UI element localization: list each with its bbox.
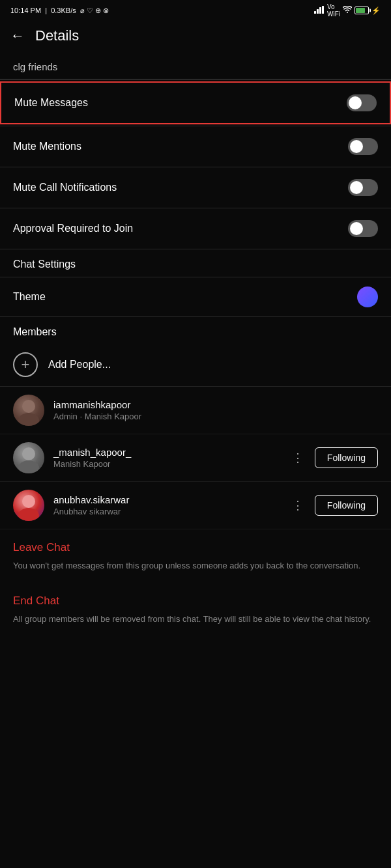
charging-icon: ⚡	[371, 7, 381, 15]
member-info: iammanishkapoor Admin · Manish Kapoor	[53, 399, 378, 421]
end-chat-description: All group members will be removed from t…	[0, 611, 391, 636]
avatar	[13, 395, 44, 426]
svg-rect-2	[319, 7, 321, 14]
leave-chat-heading[interactable]: Leave Chat	[0, 529, 391, 558]
approval-required-label: Approval Required to Join	[13, 223, 133, 234]
mute-calls-row: Mute Call Notifications	[0, 167, 391, 208]
add-people-row[interactable]: + Add People...	[0, 343, 391, 387]
approval-required-row: Approval Required to Join	[0, 208, 391, 249]
signal-icon	[314, 6, 325, 15]
member-options-button[interactable]: ⋮	[288, 496, 308, 515]
group-name: clg friends	[0, 55, 391, 79]
vowifi-label: VoWiFi	[327, 3, 340, 18]
member-options-button[interactable]: ⋮	[288, 448, 308, 468]
theme-label: Theme	[13, 291, 46, 303]
status-bar: 10:14 PM | 0.3KB/s ⌀ ♡ ⊕ ⊗ VoWiFi	[0, 0, 391, 21]
avatar	[13, 490, 44, 521]
end-chat-heading[interactable]: End Chat	[0, 583, 391, 611]
back-button[interactable]: ←	[10, 27, 25, 44]
member-username: _manish_kapoor_	[53, 447, 279, 458]
page-header: ← Details	[0, 21, 391, 55]
add-people-icon: +	[13, 352, 38, 377]
status-time-data: 10:14 PM | 0.3KB/s ⌀ ♡ ⊕ ⊗	[10, 7, 109, 15]
svg-point-5	[18, 413, 39, 426]
mute-calls-knob	[350, 181, 363, 194]
leave-chat-description: You won't get messages from this group u…	[0, 558, 391, 583]
member-username: iammanishkapoor	[53, 399, 378, 410]
member-subtext: Admin · Manish Kapoor	[53, 412, 378, 421]
chat-settings-heading[interactable]: Chat Settings	[0, 249, 391, 277]
mute-messages-toggle[interactable]	[347, 94, 377, 111]
mute-messages-row: Mute Messages	[0, 81, 391, 124]
member-subtext: Anubhav sikarwar	[53, 507, 279, 516]
avatar	[13, 442, 44, 473]
divider-1	[0, 79, 391, 80]
status-time: 10:14 PM	[10, 7, 41, 14]
svg-rect-1	[317, 9, 319, 14]
approval-required-toggle[interactable]	[348, 220, 378, 237]
add-people-label: Add People...	[48, 359, 111, 371]
member-actions: ⋮ Following	[288, 447, 378, 468]
members-heading: Members	[0, 317, 391, 343]
mute-mentions-toggle[interactable]	[348, 138, 378, 155]
mute-mentions-knob	[350, 140, 363, 153]
battery-fill	[356, 8, 365, 13]
svg-rect-3	[322, 6, 324, 14]
member-username: anubhav.sikarwar	[53, 494, 279, 505]
member-row: _manish_kapoor_ Manish Kapoor ⋮ Followin…	[0, 434, 391, 482]
battery-icon	[355, 7, 369, 14]
member-row: anubhav.sikarwar Anubhav sikarwar ⋮ Foll…	[0, 482, 391, 529]
following-button[interactable]: Following	[315, 447, 378, 468]
status-icons: VoWiFi ⚡	[314, 3, 381, 18]
mute-messages-label: Mute Messages	[14, 97, 88, 109]
mute-mentions-row: Mute Mentions	[0, 126, 391, 167]
mute-calls-label: Mute Call Notifications	[13, 182, 117, 193]
wifi-icon	[343, 6, 352, 15]
theme-row: Theme	[0, 277, 391, 316]
member-info: anubhav.sikarwar Anubhav sikarwar	[53, 494, 279, 516]
mute-messages-knob	[349, 96, 362, 109]
svg-point-7	[18, 460, 39, 473]
svg-point-9	[18, 508, 39, 521]
svg-point-4	[22, 400, 35, 413]
mute-calls-toggle[interactable]	[348, 179, 378, 196]
following-button[interactable]: Following	[315, 495, 378, 516]
approval-required-knob	[350, 222, 363, 235]
member-subtext: Manish Kapoor	[53, 459, 279, 469]
svg-point-6	[22, 447, 35, 460]
member-row: iammanishkapoor Admin · Manish Kapoor	[0, 387, 391, 434]
svg-point-8	[22, 495, 35, 508]
member-info: _manish_kapoor_ Manish Kapoor	[53, 447, 279, 469]
theme-color-circle[interactable]	[357, 287, 378, 307]
status-data-speed: 0.3KB/s	[51, 7, 76, 14]
svg-rect-0	[314, 11, 316, 14]
page-title: Details	[35, 27, 79, 44]
mute-mentions-label: Mute Mentions	[13, 141, 81, 152]
member-actions: ⋮ Following	[288, 495, 378, 516]
